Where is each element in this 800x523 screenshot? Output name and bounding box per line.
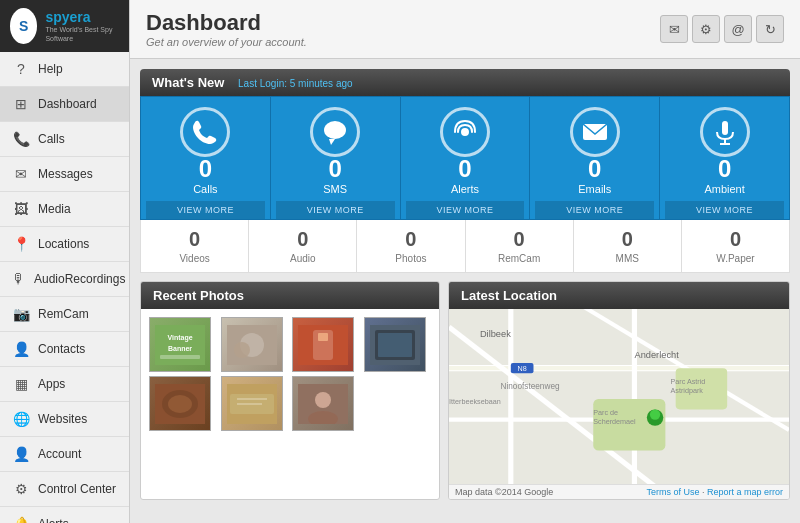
sidebar-label-audio: AudioRecordings (34, 272, 125, 286)
sidebar: S spyera The World's Best Spy Software ?… (0, 0, 130, 523)
sidebar-item-audio[interactable]: 🎙 AudioRecordings (0, 262, 129, 297)
svg-text:Dilbeek: Dilbeek (480, 329, 511, 339)
secondary-stats-row: 0 Videos 0 Audio 0 Photos 0 RemCam 0 MMS… (140, 220, 790, 273)
wpaper-count: 0 (730, 228, 741, 251)
calls-icon: 📞 (12, 131, 30, 147)
sidebar-label-alerts: Alerts (38, 517, 69, 523)
contacts-icon: 👤 (12, 341, 30, 357)
alerts-icon: 🔔 (12, 516, 30, 523)
ambient-count: 0 (718, 157, 731, 181)
alerts-view-more[interactable]: VIEW MORE (406, 201, 525, 219)
sidebar-item-locations[interactable]: 📍 Locations (0, 227, 129, 262)
content-area: What's New Last Login: 5 minutes ago 0 C… (130, 59, 800, 523)
photos-count: 0 (405, 228, 416, 251)
stat-mms: 0 MMS (574, 220, 682, 272)
apps-icon: ▦ (12, 376, 30, 392)
user-button[interactable]: @ (724, 15, 752, 43)
emails-count: 0 (588, 157, 601, 181)
sidebar-item-dashboard[interactable]: ⊞ Dashboard (0, 87, 129, 122)
photo-thumb-1[interactable]: Vintage Banner (149, 317, 211, 372)
calls-count: 0 (199, 157, 212, 181)
app-tagline: The World's Best Spy Software (45, 25, 119, 43)
sidebar-label-dashboard: Dashboard (38, 97, 97, 111)
photo-thumb-3[interactable] (292, 317, 354, 372)
sms-count: 0 (329, 157, 342, 181)
svg-point-51 (650, 409, 660, 419)
ambient-label: Ambient (704, 183, 744, 195)
stat-emails: 0 Emails VIEW MORE (530, 97, 660, 219)
mms-count: 0 (622, 228, 633, 251)
header-text: Dashboard Get an overview of your accoun… (146, 10, 307, 48)
svg-marker-1 (329, 139, 335, 145)
sidebar-item-calls[interactable]: 📞 Calls (0, 122, 129, 157)
last-login: Last Login: 5 minutes ago (238, 78, 353, 89)
recent-photos-header: Recent Photos (141, 282, 439, 309)
photos-label: Photos (395, 253, 426, 264)
photo-thumb-2[interactable] (221, 317, 283, 372)
sidebar-item-alerts[interactable]: 🔔 Alerts (0, 507, 129, 523)
stat-videos: 0 Videos (141, 220, 249, 272)
svg-rect-10 (160, 355, 200, 359)
stat-sms: 0 SMS VIEW MORE (271, 97, 401, 219)
report-link[interactable]: Report a map error (707, 487, 783, 497)
account-icon: 👤 (12, 446, 30, 462)
page-subtitle: Get an overview of your account. (146, 36, 307, 48)
calls-stat-icon (180, 107, 230, 157)
photo-thumb-5[interactable] (149, 376, 211, 431)
remcam-icon: 📷 (12, 306, 30, 322)
recent-photos-panel: Recent Photos Vintage Banner (140, 281, 440, 500)
svg-text:Itterbeeksebaan: Itterbeeksebaan (449, 397, 501, 406)
sidebar-label-locations: Locations (38, 237, 89, 251)
stat-wpaper: 0 W.Paper (682, 220, 789, 272)
svg-point-22 (168, 395, 192, 413)
sidebar-label-websites: Websites (38, 412, 87, 426)
svg-point-0 (324, 121, 346, 139)
sidebar-item-contacts[interactable]: 👤 Contacts (0, 332, 129, 367)
photo-thumb-7[interactable] (292, 376, 354, 431)
photo-thumb-4[interactable] (364, 317, 426, 372)
app-name: spyera (45, 9, 119, 25)
map-data-label: Map data ©2014 Google (455, 487, 553, 497)
svg-text:Banner: Banner (168, 345, 192, 352)
mms-label: MMS (616, 253, 639, 264)
refresh-button[interactable]: ↻ (756, 15, 784, 43)
calls-view-more[interactable]: VIEW MORE (146, 201, 265, 219)
svg-text:Anderlecht: Anderlecht (634, 350, 679, 360)
logo-area: S spyera The World's Best Spy Software (0, 0, 129, 52)
sidebar-item-messages[interactable]: ✉ Messages (0, 157, 129, 192)
terms-link[interactable]: Terms of Use (646, 487, 699, 497)
latest-location-panel: Latest Location (448, 281, 790, 500)
sms-view-more[interactable]: VIEW MORE (276, 201, 395, 219)
photo-thumb-6[interactable] (221, 376, 283, 431)
logo-text: spyera The World's Best Spy Software (45, 9, 119, 43)
remcam-label: RemCam (498, 253, 540, 264)
websites-icon: 🌐 (12, 411, 30, 427)
bottom-panels: Recent Photos Vintage Banner (140, 281, 790, 500)
sidebar-label-messages: Messages (38, 167, 93, 181)
map-footer: Map data ©2014 Google Terms of Use · Rep… (449, 484, 789, 499)
header: Dashboard Get an overview of your accoun… (130, 0, 800, 59)
email-button[interactable]: ✉ (660, 15, 688, 43)
photo-grid: Vintage Banner (149, 317, 431, 431)
map-container[interactable]: Dilbeek Anderlecht Ninoofsteenweg Itterb… (449, 309, 789, 484)
sidebar-item-media[interactable]: 🖼 Media (0, 192, 129, 227)
emails-view-more[interactable]: VIEW MORE (535, 201, 654, 219)
dashboard-icon: ⊞ (12, 96, 30, 112)
sidebar-item-control[interactable]: ⚙ Control Center (0, 472, 129, 507)
videos-count: 0 (189, 228, 200, 251)
remcam-count: 0 (514, 228, 525, 251)
control-icon: ⚙ (12, 481, 30, 497)
audio-label: Audio (290, 253, 316, 264)
alerts-count: 0 (458, 157, 471, 181)
sidebar-item-help[interactable]: ? Help (0, 52, 129, 87)
sidebar-item-websites[interactable]: 🌐 Websites (0, 402, 129, 437)
ambient-view-more[interactable]: VIEW MORE (665, 201, 784, 219)
sidebar-item-remcam[interactable]: 📷 RemCam (0, 297, 129, 332)
emails-stat-icon (570, 107, 620, 157)
settings-button[interactable]: ⚙ (692, 15, 720, 43)
sidebar-item-apps[interactable]: ▦ Apps (0, 367, 129, 402)
logo-icon: S (10, 8, 37, 44)
sidebar-item-account[interactable]: 👤 Account (0, 437, 129, 472)
sidebar-label-remcam: RemCam (38, 307, 89, 321)
recent-photos-body: Vintage Banner (141, 309, 439, 439)
